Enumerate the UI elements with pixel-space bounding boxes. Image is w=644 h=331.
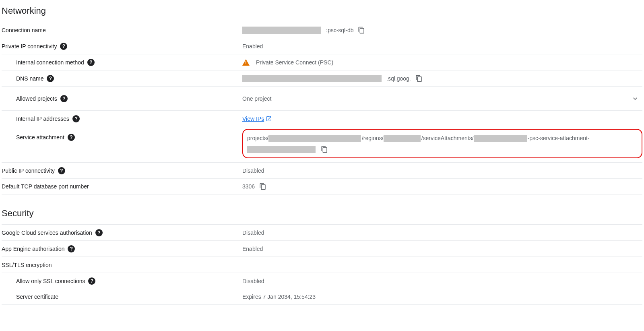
row-app-engine: App Engine authorisation ? Enabled xyxy=(2,240,642,257)
server-cert-label: Server certificate xyxy=(16,294,58,300)
help-icon[interactable]: ? xyxy=(47,75,54,82)
help-icon[interactable]: ? xyxy=(87,59,95,66)
private-ip-value: Enabled xyxy=(242,43,263,50)
gcs-auth-label: Google Cloud services authorisation xyxy=(2,230,92,236)
help-icon[interactable]: ? xyxy=(72,115,80,122)
row-ssl-tls: SSL/TLS encryption xyxy=(2,257,642,273)
dns-name-label: DNS name xyxy=(16,75,43,82)
help-icon[interactable]: ? xyxy=(60,43,67,50)
sa-mid2: /serviceAttachments/ xyxy=(421,135,474,141)
public-ip-label: Public IP connectivity xyxy=(2,168,55,174)
dns-name-value: .sql.goog. xyxy=(386,75,411,82)
tcp-port-value: 3306 xyxy=(242,183,255,190)
internal-method-value: Private Service Connect (PSC) xyxy=(256,59,333,66)
row-private-ip: Private IP connectivity ? Enabled xyxy=(2,38,642,54)
connection-name-value: :psc-sql-db xyxy=(326,27,353,33)
row-gcs-auth: Google Cloud services authorisation ? Di… xyxy=(2,224,642,240)
row-public-ip: Public IP connectivity ? Disabled xyxy=(2,162,642,178)
row-allow-ssl: Allow only SSL connections ? Disabled xyxy=(2,273,642,289)
gcs-auth-value: Disabled xyxy=(242,230,264,236)
copy-icon[interactable] xyxy=(357,26,365,34)
ssl-tls-label: SSL/TLS encryption xyxy=(2,262,52,268)
row-allowed-projects[interactable]: Allowed projects ? One project xyxy=(2,86,642,110)
allow-ssl-label: Allow only SSL connections xyxy=(16,278,85,284)
app-engine-value: Enabled xyxy=(242,246,263,252)
row-connection-name: Connection name :psc-sql-db xyxy=(2,22,642,38)
private-ip-label: Private IP connectivity xyxy=(2,43,57,50)
redacted-sa-region xyxy=(384,135,421,142)
row-service-attachment: Service attachment ? projects//regions//… xyxy=(2,126,642,162)
server-cert-value: Expires 7 Jan 2034, 15:54:23 xyxy=(242,294,316,300)
sa-prefix1: projects/ xyxy=(247,135,268,141)
redacted-sa-project xyxy=(268,135,361,142)
internal-method-label: Internal connection method xyxy=(16,59,84,66)
tcp-port-label: Default TCP database port number xyxy=(2,183,89,190)
service-attachment-label: Service attachment xyxy=(16,134,64,141)
allowed-projects-value: One project xyxy=(242,95,271,102)
sa-suffix: -psc-service-attachment- xyxy=(528,135,590,141)
networking-title: Networking xyxy=(2,6,642,16)
allow-ssl-value: Disabled xyxy=(242,278,264,284)
security-title: Security xyxy=(2,208,642,219)
copy-icon[interactable] xyxy=(415,74,423,83)
sa-mid1: /regions/ xyxy=(362,135,384,141)
redacted-dns xyxy=(242,75,382,82)
connection-name-label: Connection name xyxy=(2,27,46,33)
allowed-projects-label: Allowed projects xyxy=(16,95,57,102)
copy-icon[interactable] xyxy=(259,182,267,190)
warning-icon xyxy=(242,59,250,66)
chevron-down-icon[interactable] xyxy=(631,95,639,103)
help-icon[interactable]: ? xyxy=(58,167,65,174)
row-server-cert: Server certificate Expires 7 Jan 2034, 1… xyxy=(2,289,642,305)
help-icon[interactable]: ? xyxy=(60,95,68,102)
row-dns-name: DNS name ? .sql.goog. xyxy=(2,70,642,86)
view-ips-link[interactable]: View IPs xyxy=(242,116,272,122)
service-attachment-highlight: projects//regions//serviceAttachments/-p… xyxy=(242,129,642,158)
row-tcp-port: Default TCP database port number 3306 xyxy=(2,178,642,194)
help-icon[interactable]: ? xyxy=(88,277,95,285)
redacted-project xyxy=(242,27,321,34)
copy-icon[interactable] xyxy=(320,145,328,153)
row-internal-ips: Internal IP addresses ? View IPs xyxy=(2,110,642,126)
help-icon[interactable]: ? xyxy=(95,229,103,236)
redacted-sa-name xyxy=(474,135,527,142)
internal-ips-label: Internal IP addresses xyxy=(16,116,69,122)
redacted-sa-id xyxy=(247,146,316,153)
help-icon[interactable]: ? xyxy=(68,245,75,252)
public-ip-value: Disabled xyxy=(242,168,264,174)
row-internal-method: Internal connection method ? Private Ser… xyxy=(2,54,642,70)
app-engine-label: App Engine authorisation xyxy=(2,246,64,252)
help-icon[interactable]: ? xyxy=(68,134,75,141)
